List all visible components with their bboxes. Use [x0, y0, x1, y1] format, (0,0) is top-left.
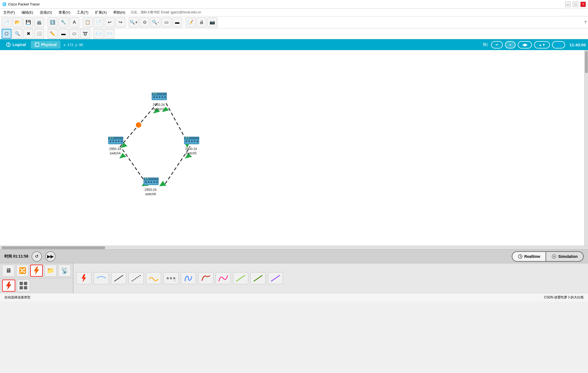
close-button[interactable]: ✕: [580, 2, 586, 7]
svg-rect-51: [148, 181, 149, 183]
print-button[interactable]: 🖨️: [34, 17, 44, 27]
menu-options[interactable]: 选项(O): [39, 10, 53, 16]
inspect-tool[interactable]: 🔍: [13, 29, 22, 39]
add-location-btn[interactable]: +: [505, 41, 516, 48]
switch6-node[interactable]: 2950-24switch6: [142, 175, 159, 196]
lightning-item[interactable]: [2, 280, 15, 292]
octal-cable-btn[interactable]: [233, 272, 248, 284]
zoom-in-button[interactable]: 🔍+: [129, 17, 139, 27]
svg-point-10: [136, 122, 141, 128]
auto-cable-btn[interactable]: [76, 272, 91, 284]
serial-dte-btn[interactable]: t: [163, 272, 179, 284]
switch4-icon: [107, 134, 123, 146]
scrollbar-thumb[interactable]: [585, 51, 588, 73]
svg-rect-54: [156, 181, 158, 183]
redo-button[interactable]: ↪: [115, 17, 125, 27]
reset-time-button[interactable]: ↺: [32, 251, 42, 262]
paste-button[interactable]: 📄: [94, 17, 103, 27]
menu-file[interactable]: 文件(F): [2, 10, 16, 16]
crossover-cable-btn[interactable]: [111, 272, 126, 284]
nav-ud-btn[interactable]: ▲▼: [534, 41, 550, 48]
serial-dce-btn[interactable]: [146, 272, 161, 284]
back-ctrl-btn[interactable]: ↩: [491, 41, 503, 48]
switch3-node[interactable]: 2950-24switch3: [151, 90, 167, 111]
view-split-button[interactable]: ▬: [172, 17, 182, 27]
zoom-fit-button[interactable]: ⊙: [140, 17, 149, 27]
copy-button[interactable]: 📋: [83, 17, 93, 27]
simulation-mode-button[interactable]: Simulation: [546, 251, 584, 262]
svg-rect-30: [110, 140, 111, 142]
zoom-out-button[interactable]: 🔍-: [151, 17, 160, 27]
svg-rect-26: [155, 93, 157, 94]
physical-tab[interactable]: Physical: [31, 41, 60, 49]
select-tool[interactable]: ⬡: [2, 29, 11, 39]
rollover-cable-btn[interactable]: [128, 272, 144, 284]
open-button[interactable]: 📂: [13, 17, 22, 27]
cable-types: t: [74, 263, 286, 293]
delete-tool[interactable]: ✖: [23, 29, 33, 39]
save-button[interactable]: 💾: [23, 17, 33, 27]
pencil-tool[interactable]: ✏️: [48, 29, 57, 39]
horizontal-scrollbar[interactable]: [0, 246, 588, 249]
wireless-category[interactable]: 📡: [58, 265, 71, 277]
canvas-area[interactable]: 2950-24switch3 2950-24switch4: [0, 50, 588, 246]
switches-category[interactable]: 🔀: [16, 265, 29, 277]
new-button[interactable]: 📄: [2, 17, 11, 27]
ellipse-tool[interactable]: ⬭: [69, 29, 79, 39]
inspect-button[interactable]: 🔧: [59, 17, 68, 27]
svg-line-74: [236, 275, 245, 281]
switch5-label: 2950-24switch5: [185, 147, 197, 155]
usb-cable-btn[interactable]: [250, 272, 266, 284]
device-panel: 🖥 🔀 📁 📡: [0, 263, 588, 293]
svg-rect-43: [194, 140, 195, 142]
rect-tool[interactable]: ▬: [59, 29, 68, 39]
fiber-cable-btn[interactable]: [216, 272, 231, 284]
switch5-svg: [183, 134, 200, 146]
info-button[interactable]: ℹ️: [48, 17, 57, 27]
menu-tools[interactable]: 工具(T): [76, 10, 90, 16]
simulation-label: Simulation: [558, 254, 578, 259]
globe-ctrl-btn[interactable]: 🌐: [552, 41, 565, 48]
hubs-category[interactable]: [30, 265, 43, 277]
switch5-node[interactable]: 2950-24switch5: [183, 134, 199, 155]
iot-cable-btn[interactable]: [268, 272, 283, 284]
connections-category[interactable]: 📁: [44, 265, 57, 277]
menu-credit: 汉化、湖科大教书匠 Email: jgao1@hnust.edu.cn: [131, 10, 201, 15]
screenshot-button[interactable]: 📷: [207, 17, 217, 27]
phone-cable-btn[interactable]: [181, 272, 196, 284]
play-button[interactable]: ▶▶: [45, 251, 56, 262]
nav-lr-btn[interactable]: ◀▶: [518, 41, 532, 48]
minimize-button[interactable]: —: [565, 2, 571, 7]
realtime-mode-button[interactable]: Realtime: [512, 251, 546, 262]
switch4-node[interactable]: 2950-24switch4: [107, 134, 123, 155]
menu-edit[interactable]: 编辑(E): [20, 10, 34, 16]
toolbar1: 📄 📂 💾 🖨️ ℹ️ 🔧 A 📋 📄 ↩ ↪ 🔍+ ⊙ 🔍- ▭ ▬ 📝 🖨 …: [0, 16, 588, 28]
note-button[interactable]: 📝: [186, 17, 195, 27]
svg-rect-66: [24, 286, 27, 289]
svg-rect-24: [164, 96, 166, 98]
status-credit: CSDN @爱吃萝卜的大白熊: [544, 295, 584, 300]
maximize-button[interactable]: □: [573, 2, 578, 7]
timebar-left: 时间 01:11:58 ↺ ▶▶: [4, 251, 56, 262]
menu-help[interactable]: 帮助(H): [112, 10, 126, 16]
undo-button[interactable]: ↩: [105, 17, 114, 27]
vertical-scrollbar[interactable]: [584, 50, 588, 246]
logical-tab[interactable]: Logical: [2, 41, 30, 49]
print2-button[interactable]: 🖨: [197, 17, 206, 27]
pdu-tool[interactable]: 📨: [105, 29, 114, 39]
straight-cable-icon: [96, 274, 107, 283]
hscrollbar-thumb[interactable]: [2, 246, 105, 249]
help-icon-right[interactable]: ?: [584, 20, 586, 24]
grid-item[interactable]: [17, 280, 30, 292]
email-tool[interactable]: ✉️: [94, 29, 103, 39]
straight-cable-btn[interactable]: [94, 272, 109, 284]
view-single-button[interactable]: ▭: [161, 17, 171, 27]
text-button[interactable]: A: [69, 17, 79, 27]
switch3-svg: [151, 90, 168, 102]
line-tool[interactable]: ➰: [80, 29, 90, 39]
coax-cable-btn[interactable]: [198, 272, 213, 284]
menu-view[interactable]: 查看(V): [57, 10, 71, 16]
menu-extensions[interactable]: 扩展(X): [94, 10, 108, 16]
routers-category[interactable]: 🖥: [2, 265, 15, 277]
marquee-tool[interactable]: ⬜: [34, 29, 44, 39]
